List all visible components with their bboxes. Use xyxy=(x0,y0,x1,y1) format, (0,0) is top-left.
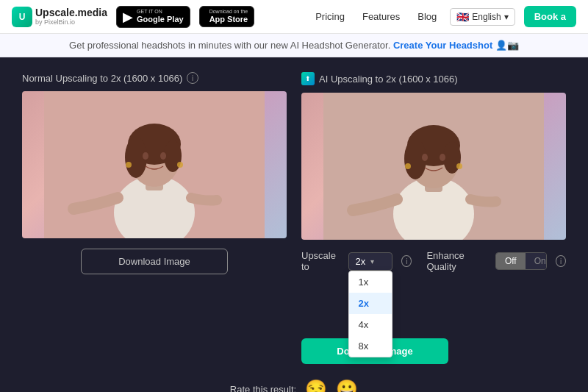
nav-pricing[interactable]: Pricing xyxy=(311,11,349,22)
enhance-quality-toggle: Off On xyxy=(495,252,547,270)
right-image xyxy=(301,93,566,240)
right-panel-title-text: AI Upscaling to 2x (1600 x 1066) xyxy=(319,74,458,85)
rate-row: Rate this result: 😒 😀 xyxy=(22,379,566,392)
language-selector[interactable]: 🇬🇧 English ▾ xyxy=(450,8,514,26)
lang-chevron-icon: ▾ xyxy=(504,12,509,22)
dropdown-option-1x[interactable]: 1x xyxy=(349,271,392,293)
svg-point-19 xyxy=(440,154,445,161)
happy-rating-button[interactable]: 😀 xyxy=(336,379,358,392)
main-content: Normal Upscaling to 2x (1600 x 1066) i xyxy=(0,57,588,392)
quality-info-icon[interactable]: i xyxy=(556,255,566,267)
left-info-icon[interactable]: i xyxy=(187,72,198,84)
svg-point-8 xyxy=(160,152,166,160)
left-image xyxy=(22,91,287,238)
upscale-info-icon[interactable]: i xyxy=(401,255,412,267)
announcement-text: Get professional headshots in minutes wi… xyxy=(69,40,390,51)
right-controls: Upscale to 2x ▾ 1x 2x 4x 8x xyxy=(301,250,566,364)
right-panel: ⬆ AI Upscaling to 2x (1600 x 1066) xyxy=(301,72,566,364)
logo-text: Upscale.media by PixelBin.io xyxy=(35,7,107,26)
upscale-dropdown[interactable]: 2x ▾ xyxy=(348,252,392,271)
svg-point-18 xyxy=(422,154,428,161)
announcement-bar: Get professional headshots in minutes wi… xyxy=(0,34,588,57)
upscale-label: Upscale to xyxy=(301,250,340,272)
google-play-button[interactable]: ▶ GET IT ON Google Play xyxy=(116,6,190,28)
book-button[interactable]: Book a xyxy=(524,6,576,27)
dropdown-option-2x[interactable]: 2x xyxy=(349,293,392,314)
navbar: U Upscale.media by PixelBin.io ▶ GET IT … xyxy=(0,0,588,34)
quality-label: Enhance Quality xyxy=(426,250,486,272)
google-play-icon: ▶ xyxy=(123,9,133,25)
logo-main: Upscale.media xyxy=(35,7,107,18)
right-download-area: Download Image xyxy=(301,338,566,364)
toggle-off-button[interactable]: Off xyxy=(496,253,526,269)
logo-icon: U xyxy=(12,7,32,27)
comparison-container: Normal Upscaling to 2x (1600 x 1066) i xyxy=(22,72,566,364)
sad-rating-button[interactable]: 😒 xyxy=(305,379,327,392)
svg-point-10 xyxy=(177,162,183,168)
svg-point-21 xyxy=(456,163,462,169)
right-panel-title: ⬆ AI Upscaling to 2x (1600 x 1066) xyxy=(301,72,566,85)
nav-features[interactable]: Features xyxy=(358,11,404,22)
announcement-icons: 👤📷 xyxy=(495,40,519,51)
left-panel: Normal Upscaling to 2x (1600 x 1066) i xyxy=(22,72,287,364)
dropdown-option-8x[interactable]: 8x xyxy=(349,335,392,357)
rate-label: Rate this result: xyxy=(230,384,296,393)
ai-icon: ⬆ xyxy=(301,72,315,85)
upscale-row: Upscale to 2x ▾ 1x 2x 4x 8x xyxy=(301,250,566,272)
nav-blog[interactable]: Blog xyxy=(413,11,441,22)
flag-icon: 🇬🇧 xyxy=(456,11,469,23)
upscale-dropdown-value: 2x xyxy=(355,256,365,267)
left-panel-title: Normal Upscaling to 2x (1600 x 1066) i xyxy=(22,72,287,84)
right-photo-svg xyxy=(301,93,566,240)
app-store-button[interactable]: Download on the App Store xyxy=(199,6,255,28)
upscale-dropdown-wrapper: 2x ▾ 1x 2x 4x 8x xyxy=(348,252,392,271)
google-play-text: GET IT ON Google Play xyxy=(137,9,184,25)
left-photo-svg xyxy=(22,91,287,238)
left-controls: Download Image xyxy=(22,249,287,274)
dropdown-chevron-icon: ▾ xyxy=(370,257,374,266)
toggle-on-button[interactable]: On xyxy=(526,253,547,269)
svg-point-9 xyxy=(126,162,132,168)
left-download-button[interactable]: Download Image xyxy=(81,249,228,274)
dropdown-option-4x[interactable]: 4x xyxy=(349,314,392,335)
upscale-dropdown-menu: 1x 2x 4x 8x xyxy=(348,271,392,357)
app-store-text: Download on the App Store xyxy=(209,9,248,25)
logo-area: U Upscale.media by PixelBin.io xyxy=(12,7,107,27)
lang-label: English xyxy=(472,12,501,22)
announcement-link[interactable]: Create Your Headshot xyxy=(393,40,492,51)
logo-sub: by PixelBin.io xyxy=(35,18,107,26)
svg-point-7 xyxy=(143,152,148,160)
left-panel-title-text: Normal Upscaling to 2x (1600 x 1066) xyxy=(22,73,182,84)
svg-point-20 xyxy=(405,163,411,169)
